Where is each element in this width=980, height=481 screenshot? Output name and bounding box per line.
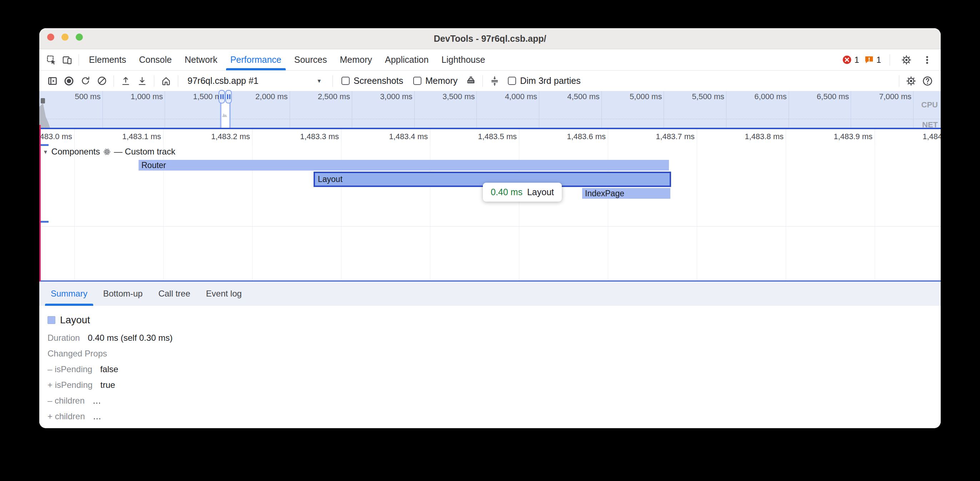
more-options-button[interactable] bbox=[919, 52, 935, 68]
summary-row-label: Duration bbox=[48, 333, 80, 343]
ruler-tick-label: 1,483.6 ms bbox=[519, 129, 608, 144]
ruler-tick-label: 1,483.3 ms bbox=[253, 129, 341, 144]
track-scroll-marker-bottom bbox=[40, 221, 49, 223]
summary-row-value: 0.40 ms (self 0.30 ms) bbox=[88, 333, 172, 343]
issues-badge[interactable]: 1 bbox=[864, 55, 881, 65]
brush-icon bbox=[466, 76, 476, 86]
devtools-panel-tab[interactable]: Memory bbox=[338, 49, 373, 70]
overview-tick-label: 7,000 ms bbox=[851, 91, 913, 128]
home-button[interactable] bbox=[158, 73, 174, 89]
summary-row: + isPendingtrue bbox=[48, 377, 941, 393]
details-tab[interactable]: Bottom-up bbox=[102, 281, 144, 306]
track-subtitle: — Custom track bbox=[114, 147, 175, 157]
details-tab[interactable]: Call tree bbox=[157, 281, 191, 306]
ruler-tick-label: 1,483.0 ms bbox=[39, 129, 75, 144]
gear-icon bbox=[901, 55, 912, 65]
devtools-panel-tab[interactable]: Console bbox=[137, 49, 173, 70]
collect-garbage-button[interactable] bbox=[463, 73, 479, 89]
zoom-window-button[interactable] bbox=[76, 33, 83, 41]
overview-tick-label: 5,000 ms bbox=[602, 91, 664, 128]
overview-tick-label: 3,500 ms bbox=[415, 91, 477, 128]
devtools-panel-tab[interactable]: Lighthouse bbox=[440, 49, 487, 70]
flame-event-tooltip: 0.40 ms Layout bbox=[483, 183, 562, 202]
compress-arrows-button[interactable] bbox=[487, 73, 503, 89]
flame-bar-router[interactable]: Router bbox=[138, 160, 669, 171]
inspect-element-button[interactable] bbox=[44, 52, 59, 68]
flamechart-area[interactable]: ▼ Components — Custom track Router Layou… bbox=[39, 144, 941, 281]
session-selector[interactable]: 97r6ql.csb.app #1 ▼ bbox=[184, 76, 327, 86]
summary-rows: Duration0.40 ms (self 0.30 ms) Changed P… bbox=[48, 330, 941, 424]
devtools-panel-tab[interactable]: Network bbox=[183, 49, 219, 70]
summary-row-label: – isPending bbox=[48, 364, 92, 374]
error-icon bbox=[842, 55, 852, 65]
memory-checkbox[interactable]: Memory bbox=[413, 76, 458, 86]
cpu-row-label: CPU bbox=[921, 100, 938, 110]
track-boundary-marker bbox=[39, 129, 41, 281]
help-button[interactable] bbox=[919, 73, 936, 89]
summary-row: Changed Props bbox=[48, 346, 941, 362]
capture-settings-button[interactable] bbox=[903, 73, 919, 89]
overview-tick-label: 500 ms bbox=[40, 91, 103, 128]
selection-handle-left[interactable] bbox=[219, 90, 225, 103]
screenshots-label: Screenshots bbox=[353, 76, 403, 86]
summary-event-title: Layout bbox=[60, 314, 90, 326]
sidebar-panel-icon bbox=[48, 76, 57, 86]
gridline bbox=[875, 144, 941, 281]
record-icon bbox=[64, 76, 74, 86]
checkbox-box bbox=[341, 77, 350, 85]
clear-recording-button[interactable] bbox=[94, 73, 110, 89]
tooltip-event-name: Layout bbox=[527, 187, 554, 197]
session-selector-value: 97r6ql.csb.app #1 bbox=[188, 76, 259, 86]
ruler-tick-label: 1,483.9 ms bbox=[786, 129, 875, 144]
custom-track-header[interactable]: ▼ Components — Custom track bbox=[43, 147, 175, 157]
overview-tick-label: 3,000 ms bbox=[352, 91, 415, 128]
desktop-background: DevTools - 97r6ql.csb.app/ Elements bbox=[0, 0, 980, 481]
home-icon bbox=[161, 76, 171, 86]
summary-pane: Layout Duration0.40 ms (self 0.30 ms) Ch… bbox=[39, 306, 941, 428]
devtools-panel-tab[interactable]: Application bbox=[383, 49, 430, 70]
atom-icon bbox=[103, 148, 111, 156]
network-activity-tick bbox=[39, 125, 41, 129]
summary-row-label: + isPending bbox=[48, 380, 92, 390]
screenshots-checkbox[interactable]: Screenshots bbox=[341, 76, 403, 86]
gridline bbox=[697, 144, 786, 281]
devtools-panel-tab[interactable]: Performance bbox=[229, 49, 283, 70]
reload-icon bbox=[80, 76, 91, 86]
error-badge[interactable]: 1 bbox=[842, 55, 859, 65]
selection-handle-right[interactable] bbox=[225, 90, 232, 103]
dim-3rd-parties-checkbox[interactable]: Dim 3rd parties bbox=[508, 76, 581, 86]
kebab-menu-icon bbox=[922, 55, 932, 65]
load-profile-button[interactable] bbox=[118, 73, 134, 89]
toggle-sidebar-button[interactable] bbox=[44, 73, 61, 89]
details-tab[interactable]: Summary bbox=[49, 281, 89, 306]
toolbar-divider bbox=[482, 75, 483, 87]
panel-tabs: Elements Console Network Performance Sou… bbox=[83, 49, 492, 70]
devtools-panel-tab[interactable]: Elements bbox=[88, 49, 127, 70]
window-titlebar: DevTools - 97r6ql.csb.app/ bbox=[39, 28, 941, 49]
collapse-track-icon[interactable]: ▼ bbox=[43, 149, 48, 155]
close-window-button[interactable] bbox=[47, 33, 54, 41]
track-name: Components bbox=[51, 147, 100, 157]
flame-bar-indexpage[interactable]: IndexPage bbox=[582, 188, 670, 199]
flame-bar-label: Router bbox=[142, 160, 166, 170]
devtools-panel-tab[interactable]: Sources bbox=[293, 49, 329, 70]
overview-tick-label: 5,500 ms bbox=[664, 91, 726, 128]
settings-button[interactable] bbox=[899, 52, 914, 68]
toggle-device-toolbar-button[interactable] bbox=[59, 52, 75, 68]
summary-row-label: + children bbox=[48, 411, 85, 421]
devtools-window: DevTools - 97r6ql.csb.app/ Elements bbox=[39, 28, 941, 428]
cpu-activity-blob bbox=[41, 98, 45, 103]
tooltip-duration: 0.40 ms bbox=[491, 187, 522, 197]
details-tab[interactable]: Event log bbox=[205, 281, 243, 306]
reload-and-record-button[interactable] bbox=[77, 73, 94, 89]
save-profile-button[interactable] bbox=[134, 73, 150, 89]
timeline-overview[interactable]: 500 ms1,000 ms1,500 ms2,000 ms2,500 ms3,… bbox=[39, 91, 941, 129]
toolbar-divider bbox=[899, 75, 899, 87]
selection-window[interactable] bbox=[220, 102, 231, 128]
details-tabbar: Summary Bottom-up Call tree Event log bbox=[39, 281, 941, 306]
record-button[interactable] bbox=[61, 73, 77, 89]
ruler-tick-label: 1,484.0 ms bbox=[875, 129, 941, 144]
overview-tick-label: 1,500 ms bbox=[165, 91, 228, 128]
ruler-tick-label: 1,483.2 ms bbox=[164, 129, 253, 144]
minimize-window-button[interactable] bbox=[61, 33, 68, 41]
